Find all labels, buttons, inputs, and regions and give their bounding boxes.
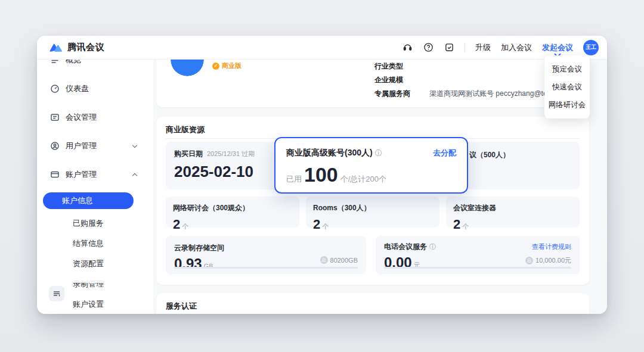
brand: 腾讯会议 <box>49 42 104 54</box>
help-icon[interactable] <box>423 42 434 53</box>
sidebar-item-meeting-mgmt[interactable]: 会议管理 <box>50 111 145 123</box>
info-icon[interactable]: ⓘ <box>429 242 436 251</box>
field-company-size: 企业规模 <box>374 75 429 85</box>
user-mgmt-icon <box>50 141 60 151</box>
plan-badge: ✓ 商业版 <box>212 61 242 70</box>
task-clipboard-icon[interactable] <box>444 42 454 53</box>
sidebar-item-account-info-selected[interactable]: 账户信息 <box>43 192 134 209</box>
sidebar-collapse-button[interactable] <box>49 286 64 301</box>
start-meeting-wrap: 发起会议 <box>542 42 573 53</box>
total-badge-icon: 总 <box>525 257 533 264</box>
tile-unit: 个 <box>322 222 329 231</box>
sidebar-item-recording-mgmt[interactable]: 录制管理 <box>73 278 153 290</box>
chevron-down-icon <box>132 144 137 148</box>
sidebar-item-account-mgmt[interactable]: 账户管理 <box>50 169 145 180</box>
customer-service-icon[interactable] <box>402 42 413 53</box>
sidebar-item-label: 会议管理 <box>66 112 97 123</box>
field-label: 企业规模 <box>374 75 429 85</box>
rooms-tile: Rooms（300人） 2 个 <box>306 197 439 228</box>
purchase-date-value: 2025-02-10 <box>174 163 291 181</box>
collapse-icon <box>52 289 61 298</box>
plan-badge-label: 商业版 <box>222 61 242 70</box>
tile-value: 2 <box>173 217 180 232</box>
brand-name: 腾讯会议 <box>67 42 104 53</box>
enterprise-avatar <box>171 60 204 76</box>
usage-progress-bar <box>384 267 571 269</box>
overview-icon <box>50 60 60 65</box>
usage-progress-bar <box>174 267 358 269</box>
tile-value: 2 <box>313 217 320 232</box>
sidebar-item-overview[interactable]: 概览 <box>50 60 145 66</box>
total-badge-icon: 总 <box>320 256 328 264</box>
sidebar-item-purchased-services[interactable]: 已购服务 <box>73 217 153 229</box>
field-industry: 行业类型 <box>374 61 429 71</box>
sidebar-item-account-settings[interactable]: 账户设置 <box>73 298 153 310</box>
tile-unit: GB <box>204 263 213 270</box>
app-window: 腾讯会议 <box>37 36 607 314</box>
sidebar: 概览 仪表盘 会议管理 用户管理 <box>37 60 153 314</box>
info-icon[interactable]: ⓘ <box>375 148 382 158</box>
tile-unit: 个 <box>462 222 469 231</box>
total-capacity: 总 10,000.00元 <box>525 256 571 265</box>
total-text: 10,000.00元 <box>535 256 571 265</box>
sidebar-item-dashboard[interactable]: 仪表盘 <box>50 83 145 95</box>
total-text: 80200GB <box>330 257 358 264</box>
sidebar-item-label: 概览 <box>66 60 81 66</box>
used-value: 100 <box>304 164 338 185</box>
section-title: 商业版资源 <box>166 124 205 135</box>
tile-value: 2 <box>453 217 460 232</box>
field-label: 专属服务商 <box>374 89 429 99</box>
total-capacity: 总 80200GB <box>320 256 358 264</box>
popup-title: 商业版高级账号(300人) <box>286 148 373 158</box>
tile-label: 电话会议服务 <box>384 242 427 252</box>
tile-label: 购买日期 <box>174 149 203 159</box>
webinar-tile: 网络研讨会（300观众） 2 个 <box>166 197 299 228</box>
top-header: 腾讯会议 <box>37 36 607 60</box>
tile-unit: 个 <box>182 222 188 231</box>
tile-label: 云录制存储空间 <box>174 244 224 252</box>
tencent-meeting-logo-icon <box>49 42 63 54</box>
account-mgmt-icon <box>50 170 60 179</box>
billing-rules-link[interactable]: 查看计费规则 <box>532 242 571 251</box>
header-divider <box>465 43 465 52</box>
menu-item-schedule-meeting[interactable]: 预定会议 <box>544 60 590 78</box>
tile-label: Rooms（300人） <box>313 204 371 212</box>
service-certification-card: 服务认证 <box>156 293 589 314</box>
expire-note: 2025/12/31 过期 <box>207 149 255 158</box>
sidebar-item-resource-config[interactable]: 资源配置 <box>73 258 153 270</box>
enterprise-profile-card: ✓ 商业版 行业类型 企业规模 专属服务商 渠道商现网测试账号 peccyzha… <box>156 60 589 107</box>
business-badge-icon: ✓ <box>212 63 219 70</box>
phone-conference-tile: 电话会议服务 ⓘ 查看计费规则 0.00 元 总 10,000.00元 <box>376 236 580 274</box>
sidebar-item-label: 仪表盘 <box>66 83 89 94</box>
header-actions: 升级 加入会议 发起会议 王工 <box>402 40 599 55</box>
main-content: ✓ 商业版 行业类型 企业规模 专属服务商 渠道商现网测试账号 peccyzha… <box>153 60 607 314</box>
total-suffix: 个/总计200个 <box>340 174 386 185</box>
join-meeting-link[interactable]: 加入会议 <box>501 42 532 53</box>
cloud-recording-tile: 云录制存储空间 0.93 GB 总 80200GB <box>166 236 366 274</box>
tile-label: 会议室连接器 <box>453 204 496 212</box>
start-meeting-dropdown: 预定会议 快速会议 网络研讨会 <box>544 55 590 119</box>
chevron-up-icon <box>132 172 137 177</box>
upgrade-link[interactable]: 升级 <box>475 42 491 53</box>
field-label: 行业类型 <box>374 61 429 71</box>
tile-label: 网络研讨会（300观众） <box>173 204 249 212</box>
tile-label: 议（500人） <box>469 151 510 159</box>
premium-account-highlight-card: 商业版高级账号(300人) ⓘ 去分配 已用 100 个/总计200个 <box>274 137 468 194</box>
menu-item-webinar[interactable]: 网络研讨会 <box>544 96 590 114</box>
meeting-mgmt-icon <box>50 113 60 122</box>
used-label: 已用 <box>286 174 302 185</box>
sidebar-item-label: 账户管理 <box>66 169 97 180</box>
sidebar-item-label: 用户管理 <box>66 141 97 151</box>
assign-link[interactable]: 去分配 <box>433 148 456 158</box>
dashboard-icon <box>50 84 60 94</box>
sidebar-item-billing-info[interactable]: 结算信息 <box>73 238 153 250</box>
menu-item-quick-meeting[interactable]: 快速会议 <box>544 78 590 96</box>
tile-value: 0.93 <box>174 256 202 272</box>
section-title: 服务认证 <box>166 301 197 311</box>
user-avatar[interactable]: 王工 <box>583 40 599 55</box>
sidebar-item-user-mgmt[interactable]: 用户管理 <box>50 140 145 152</box>
room-connector-tile: 会议室连接器 2 个 <box>446 197 580 228</box>
